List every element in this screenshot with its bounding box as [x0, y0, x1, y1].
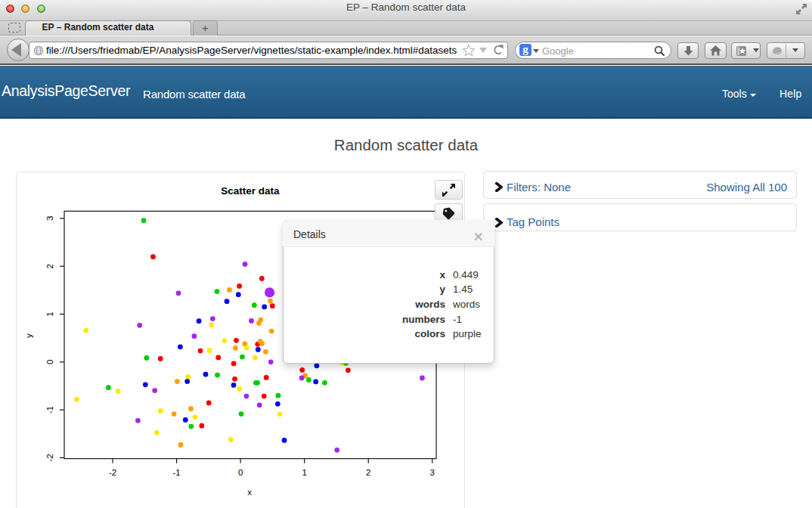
svg-text:-1: -1	[172, 468, 180, 477]
svg-text:0: 0	[238, 468, 243, 477]
svg-text:1: 1	[302, 468, 306, 477]
svg-text:-1: -1	[45, 406, 54, 414]
svg-text:3: 3	[45, 216, 54, 221]
svg-text:-2: -2	[45, 454, 54, 461]
svg-text:2: 2	[366, 468, 370, 477]
svg-text:x: x	[247, 488, 252, 497]
svg-text:2: 2	[45, 264, 54, 268]
svg-text:-2: -2	[109, 468, 116, 477]
svg-text:y: y	[24, 333, 33, 338]
svg-text:0: 0	[45, 360, 54, 364]
svg-text:3: 3	[430, 468, 435, 477]
svg-text:1: 1	[45, 311, 54, 316]
